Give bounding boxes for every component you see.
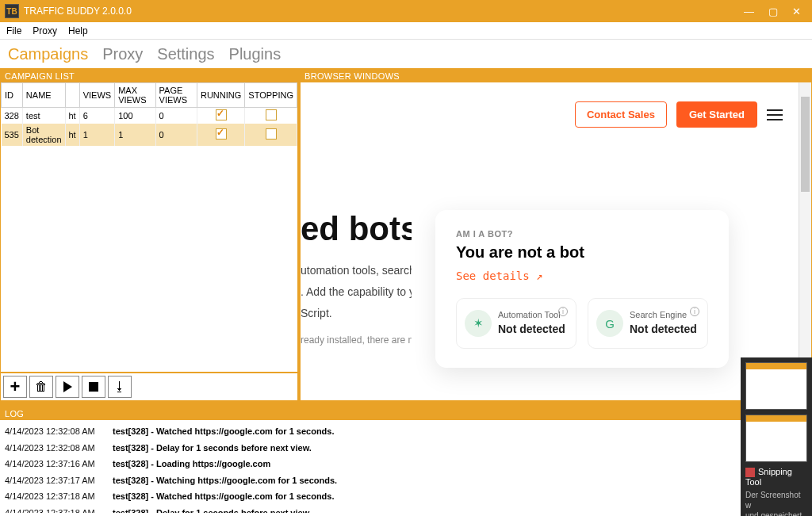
tab-plugins[interactable]: Plugins [226,42,285,67]
log-row: 4/14/2023 12:32:08 AMtest[328] - Watched… [0,423,812,440]
stopping-checkbox[interactable] [266,109,277,120]
campaign-toolbar: + 🗑 ⭳ [0,373,298,401]
add-button[interactable]: + [3,376,27,398]
tab-campaigns[interactable]: Campaigns [5,42,91,67]
col-running[interactable]: RUNNING [197,83,244,108]
browser-windows-header: BROWSER WINDOWS [300,70,812,82]
campaign-table: ID NAME VIEWS MAX VIEWS PAGE VIEWS RUNNI… [1,82,297,146]
stopping-checkbox[interactable] [266,128,277,140]
col-stopping[interactable]: STOPPING [245,83,297,108]
hero-text: ed bots utomation tools, search . Add th… [301,210,412,368]
col-name[interactable]: NAME [22,83,65,108]
embedded-webpage[interactable]: Contact Sales Get Started ed bots utomat… [301,82,811,400]
get-started-button[interactable]: Get Started [676,101,757,128]
tab-settings[interactable]: Settings [154,42,217,67]
hero-section: ed bots utomation tools, search . Add th… [301,139,797,368]
col-id[interactable]: ID [2,83,23,108]
log-row: 4/14/2023 12:37:16 AMtest[328] - Loading… [0,456,812,472]
log-body[interactable]: 4/14/2023 12:32:08 AMtest[328] - Watched… [0,420,812,513]
campaign-table-wrap[interactable]: ID NAME VIEWS MAX VIEWS PAGE VIEWS RUNNI… [0,82,298,373]
col-pageviews[interactable]: PAGE VIEWS [155,83,197,108]
window-controls: — ▢ ✕ [744,6,809,17]
bot-detection-card: AM I A BOT? You are not a bot See detail… [435,210,729,368]
scrollbar-thumb[interactable] [801,97,810,192]
browser-window: Contact Sales Get Started ed bots utomat… [300,82,812,401]
running-checkbox[interactable] [216,109,227,120]
log-row: 4/14/2023 12:32:08 AMtest[328] - Delay f… [0,440,812,457]
campaign-pane: CAMPAIGN LIST ID NAME VIEWS MAX VIEWS PA… [0,70,300,401]
snipping-tool-icon [745,468,755,477]
log-header: LOG [0,407,812,420]
contact-sales-button[interactable]: Contact Sales [575,101,667,128]
snipping-tool-toast[interactable]: Snipping Tool Der Screenshot w und gespe… [741,357,812,516]
snip-thumbnail [745,362,807,410]
app-logo-icon: TB [5,4,19,18]
tab-proxy[interactable]: Proxy [99,42,146,67]
vertical-scrollbar[interactable] [799,82,811,400]
title-bar: TB TRAFFIC BUDDY 2.0.0.0 — ▢ ✕ [0,0,812,22]
stop-button[interactable] [82,376,105,398]
campaign-list-header: CAMPAIGN LIST [0,70,298,82]
log-row: 4/14/2023 12:37:18 AMtest[328] - Delay f… [0,505,812,514]
automation-icon: ✶ [465,310,492,337]
card-headline: You are not a bot [456,243,708,262]
card-eyebrow: AM I A BOT? [456,229,708,239]
col-url[interactable] [65,83,79,108]
main-tabs: Campaigns Proxy Settings Plugins [0,40,812,70]
hamburger-icon[interactable] [767,109,783,120]
table-row[interactable]: 328 test ht 6 100 0 [2,108,297,124]
info-icon[interactable]: i [690,307,699,316]
table-row[interactable]: 535 Bot detection ht 1 1 0 [2,124,297,146]
tile-automation-tool: ✶ Automation Tool Not detected i [456,298,576,349]
minimize-button[interactable]: — [744,6,754,17]
close-button[interactable]: ✕ [792,6,801,17]
log-pane: LOG 4/14/2023 12:32:08 AMtest[328] - Wat… [0,406,812,513]
download-button[interactable]: ⭳ [108,376,132,398]
info-icon[interactable]: i [558,307,568,316]
tile-search-engine: G Search Engine Not detected i [588,298,708,349]
search-engine-icon: G [596,310,623,337]
menu-bar: File Proxy Help [0,22,812,40]
window-title: TRAFFIC BUDDY 2.0.0.0 [24,6,744,17]
menu-proxy[interactable]: Proxy [33,25,57,36]
page-topbar: Contact Sales Get Started [301,90,797,139]
browser-pane: BROWSER WINDOWS Contact Sales Get Starte… [300,70,812,401]
col-views[interactable]: VIEWS [79,83,114,108]
running-checkbox[interactable] [216,128,227,140]
log-row: 4/14/2023 12:37:17 AMtest[328] - Watchin… [0,472,812,489]
menu-file[interactable]: File [6,25,21,36]
log-row: 4/14/2023 12:37:18 AMtest[328] - Watched… [0,488,812,505]
snip-thumbnail [745,415,807,462]
main-area: CAMPAIGN LIST ID NAME VIEWS MAX VIEWS PA… [0,70,812,401]
maximize-button[interactable]: ▢ [768,6,778,17]
see-details-link[interactable]: See details ↗ [456,269,543,282]
play-button[interactable] [56,376,79,398]
delete-button[interactable]: 🗑 [29,376,53,398]
col-maxviews[interactable]: MAX VIEWS [115,83,155,108]
menu-help[interactable]: Help [68,25,88,36]
hero-title: ed bots [301,210,412,248]
